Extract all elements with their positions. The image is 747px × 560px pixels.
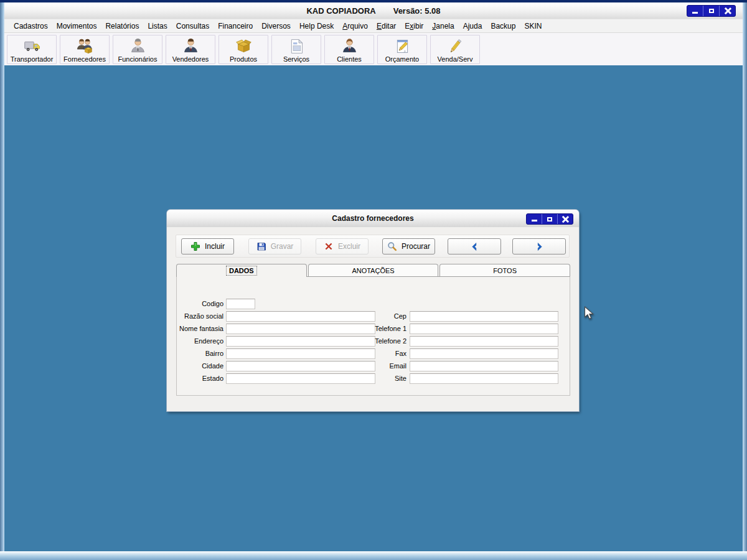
menu-item-skin[interactable]: SKIN bbox=[520, 21, 546, 32]
form-field-cep: Cep bbox=[360, 310, 558, 322]
tab-fotos[interactable]: FOTOS bbox=[439, 264, 570, 276]
toolbar-button-funcionarios[interactable]: Funcionários bbox=[113, 35, 162, 64]
dialog-maximize-button[interactable] bbox=[542, 214, 557, 224]
cadastro-fornecedores-dialog: Cadastro fornecedores Incluir Gravar bbox=[167, 210, 579, 411]
toolbar-button-label: Transportador bbox=[11, 55, 54, 63]
menu-item-label: Help Desk bbox=[299, 22, 334, 30]
floppy-icon bbox=[256, 241, 266, 251]
toolbar-button-servicos[interactable]: Serviços bbox=[271, 35, 321, 64]
email-input[interactable] bbox=[410, 361, 558, 371]
menu-item-relatorios[interactable]: Relatórios bbox=[101, 21, 143, 32]
field-label: Telefone 2 bbox=[360, 337, 410, 345]
toolbar-button-clientes[interactable]: Clientes bbox=[324, 35, 374, 64]
toolbar-button-label: Vendedores bbox=[172, 55, 209, 63]
close-button[interactable] bbox=[719, 6, 735, 16]
window-frame-right bbox=[743, 2, 747, 552]
toolbar-button-label: Venda/Serv bbox=[438, 55, 473, 63]
telefone-1-input[interactable] bbox=[410, 324, 558, 334]
dialog-close-button[interactable] bbox=[557, 214, 573, 224]
field-label: Cep bbox=[360, 312, 410, 320]
telefone-2-input[interactable] bbox=[410, 336, 558, 347]
excluir-button: Excluir bbox=[316, 238, 369, 254]
toolbar-icon bbox=[129, 37, 147, 55]
toolbar-button-vendedores[interactable]: Vendedores bbox=[166, 35, 215, 64]
site-input[interactable] bbox=[410, 373, 558, 384]
cep-input[interactable] bbox=[410, 311, 558, 322]
toolbar-icon bbox=[341, 37, 359, 55]
dialog-title: Cadastro fornecedores bbox=[332, 214, 413, 223]
toolbar-icon bbox=[235, 37, 253, 55]
incluir-label: Incluir bbox=[205, 242, 225, 251]
tab-label: FOTOS bbox=[491, 266, 519, 275]
incluir-button[interactable]: Incluir bbox=[181, 238, 234, 254]
menu-item-label: Arquivo bbox=[342, 22, 368, 30]
tab-label: DADOS bbox=[227, 266, 256, 275]
menu-item-label: Relatórios bbox=[105, 22, 139, 30]
toolbar-button-label: Clientes bbox=[337, 55, 362, 63]
menu-item-label: Janela bbox=[432, 22, 454, 30]
dialog-minimize-button[interactable] bbox=[527, 214, 542, 224]
menu-item-financeiro[interactable]: Financeiro bbox=[214, 21, 257, 32]
mouse-cursor bbox=[584, 306, 596, 320]
tab-dados[interactable]: DADOS bbox=[176, 264, 307, 277]
minimize-icon bbox=[692, 12, 698, 14]
menu-item-cadastros[interactable]: Cadastros bbox=[9, 21, 52, 32]
chevron-left-icon bbox=[470, 242, 479, 251]
next-record-button[interactable] bbox=[512, 238, 566, 254]
menu-item-label: Exibir bbox=[405, 22, 423, 30]
maximize-icon bbox=[547, 217, 552, 222]
minimize-icon bbox=[532, 220, 537, 222]
field-label: Fax bbox=[360, 350, 410, 357]
menu-item-movimentos[interactable]: Movimentos bbox=[52, 21, 101, 32]
menu-item-arquivo[interactable]: Arquivo bbox=[338, 21, 372, 32]
main-titlebar[interactable]: KAD COPIADORA Versão: 5.08 bbox=[4, 2, 743, 19]
app-title: KAD COPIADORA bbox=[306, 6, 375, 16]
toolbar-icon bbox=[288, 37, 306, 55]
menu-item-backup[interactable]: Backup bbox=[486, 21, 520, 32]
form-field-telefone-1: Telefone 1 bbox=[360, 323, 558, 334]
menu-item-diversos[interactable]: Diversos bbox=[257, 21, 295, 32]
toolbar-button-orcamento[interactable]: Orçamento bbox=[377, 35, 427, 64]
previous-record-button[interactable] bbox=[448, 238, 501, 254]
desktop-screen: KAD COPIADORA Versão: 5.08 Cadastros Mov… bbox=[0, 0, 747, 560]
dialog-titlebar[interactable]: Cadastro fornecedores bbox=[167, 210, 579, 228]
form-right-column: Cep Telefone 1 Telefone 2 Fax Email bbox=[177, 277, 570, 395]
menu-item-label: Diversos bbox=[261, 22, 291, 30]
menu-item-label: Financeiro bbox=[218, 22, 253, 30]
close-icon bbox=[562, 216, 569, 223]
window-frame-left bbox=[0, 2, 4, 552]
toolbar-button-label: Produtos bbox=[230, 55, 257, 63]
delete-x-icon bbox=[324, 241, 334, 251]
record-button-bar: Incluir Gravar Excluir Procurar bbox=[176, 235, 570, 258]
menu-item-consultas[interactable]: Consultas bbox=[172, 21, 214, 32]
menu-item-janela[interactable]: Janela bbox=[428, 21, 458, 32]
form-field-email: Email bbox=[360, 360, 558, 371]
toolbar-button-transportador[interactable]: Transportador bbox=[7, 35, 57, 64]
menu-item-label: Cadastros bbox=[14, 22, 48, 30]
menu-item-editar[interactable]: Editar bbox=[372, 21, 400, 32]
procurar-button[interactable]: Procurar bbox=[382, 238, 435, 254]
fax-input[interactable] bbox=[410, 348, 558, 359]
toolbar-button-label: Orçamento bbox=[385, 55, 419, 63]
menu-item-label: Backup bbox=[491, 22, 515, 30]
menu-item-listas[interactable]: Listas bbox=[143, 21, 171, 32]
minimize-button[interactable] bbox=[687, 6, 703, 16]
maximize-icon bbox=[709, 9, 714, 13]
menu-bar: Cadastros Movimentos Relatórios Listas C… bbox=[4, 19, 743, 33]
toolbar-button-fornecedores[interactable]: Fornecedores bbox=[60, 35, 110, 64]
procurar-label: Procurar bbox=[402, 242, 430, 251]
main-toolbar: Transportador Fornecedores Funcionários … bbox=[4, 33, 743, 66]
menu-item-ajuda[interactable]: Ajuda bbox=[459, 21, 487, 32]
menu-item-label: SKIN bbox=[524, 22, 542, 30]
toolbar-button-venda-serv[interactable]: Venda/Serv bbox=[430, 35, 480, 64]
menu-item-exibir[interactable]: Exibir bbox=[400, 21, 428, 32]
menu-item-label: Movimentos bbox=[57, 22, 97, 30]
maximize-button[interactable] bbox=[703, 6, 719, 16]
tab-label: ANOTAÇÕES bbox=[349, 266, 397, 275]
gravar-label: Gravar bbox=[271, 242, 294, 251]
window-frame-bottom bbox=[0, 551, 747, 560]
search-icon bbox=[387, 241, 397, 251]
toolbar-button-produtos[interactable]: Produtos bbox=[218, 35, 268, 64]
menu-item-help-desk[interactable]: Help Desk bbox=[295, 21, 338, 32]
tab-anotacoes[interactable]: ANOTAÇÕES bbox=[308, 264, 439, 276]
